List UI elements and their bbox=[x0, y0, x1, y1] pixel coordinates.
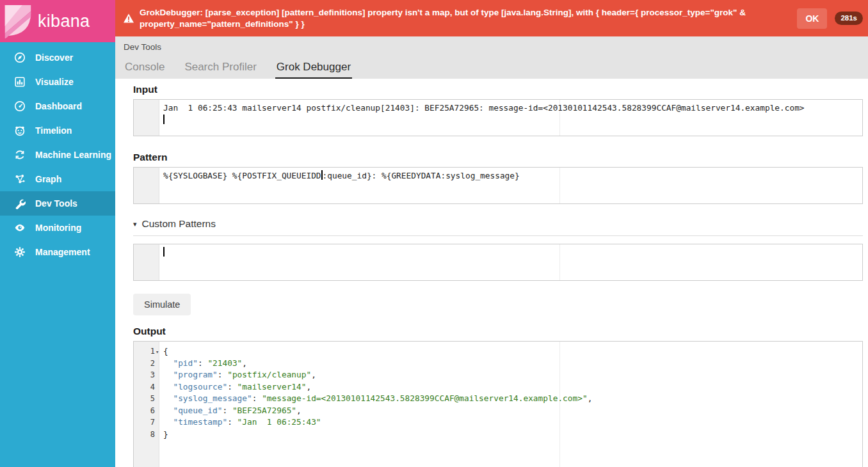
line-number: 1 bbox=[134, 345, 155, 358]
sidebar-item-dashboard[interactable]: Dashboard bbox=[0, 94, 115, 118]
error-banner: GrokDebugger: [parse_exception] [pattern… bbox=[115, 0, 868, 36]
kibana-app: kibana DiscoverVisualizeDashboardTimelio… bbox=[0, 0, 868, 467]
input-line-1: Jan 1 06:25:43 mailserver14 postfix/clea… bbox=[163, 102, 859, 114]
json-punctuation: : bbox=[218, 370, 227, 379]
output-code-line: 2 "pid": "21403", bbox=[163, 358, 859, 370]
input-line-2 bbox=[163, 114, 859, 126]
json-string: "BEF25A72965" bbox=[232, 406, 296, 415]
bar-chart-icon bbox=[14, 76, 26, 88]
sidebar-item-graph[interactable]: Graph bbox=[0, 167, 115, 191]
output-label: Output bbox=[133, 326, 863, 337]
custom-patterns-toggle[interactable]: ▾ Custom Patterns bbox=[133, 218, 863, 230]
fold-caret-icon[interactable]: ▾ bbox=[156, 346, 159, 358]
json-string: "message-id=<20130101142543.5828399CCAF@… bbox=[262, 393, 588, 403]
json-punctuation: { bbox=[163, 346, 168, 356]
json-key: "queue_id" bbox=[173, 406, 222, 415]
json-punctuation bbox=[163, 382, 173, 392]
line-number: 8 bbox=[134, 429, 155, 441]
line-number: 3 bbox=[134, 369, 155, 381]
sidebar-nav: DiscoverVisualizeDashboardTimelionMachin… bbox=[0, 42, 115, 264]
warning-icon bbox=[124, 13, 134, 23]
line-number: 4 bbox=[134, 381, 155, 393]
sidebar-item-label: Management bbox=[35, 247, 90, 257]
compass-icon bbox=[14, 52, 26, 63]
cycle-arrows-icon bbox=[14, 149, 26, 161]
timelion-face-icon bbox=[14, 125, 26, 136]
sidebar-item-label: Discover bbox=[35, 52, 73, 63]
text-cursor bbox=[163, 115, 165, 124]
json-punctuation: , bbox=[296, 406, 301, 415]
kibana-logo-icon bbox=[3, 4, 33, 38]
json-key: "pid" bbox=[173, 358, 198, 368]
json-key: "syslog_message" bbox=[173, 393, 252, 403]
sidebar-item-label: Machine Learning bbox=[35, 150, 111, 160]
gauge-icon bbox=[14, 100, 26, 112]
output-editor-code: 1▾{2 "pid": "21403",3 "program": "postfi… bbox=[160, 342, 862, 442]
input-editor[interactable]: Jan 1 06:25:43 mailserver14 postfix/clea… bbox=[133, 99, 863, 136]
sidebar-item-management[interactable]: Management bbox=[0, 240, 115, 264]
json-punctuation: : bbox=[252, 393, 262, 403]
error-message: GrokDebugger: [parse_exception] [pattern… bbox=[140, 7, 797, 30]
custom-patterns-editor[interactable] bbox=[133, 244, 863, 281]
json-key: "logsource" bbox=[173, 382, 227, 392]
json-string: "21403" bbox=[207, 358, 242, 368]
json-punctuation: : bbox=[222, 406, 232, 415]
line-number: 6 bbox=[134, 405, 155, 417]
sidebar-item-label: Dashboard bbox=[35, 101, 82, 111]
simulate-button[interactable]: Simulate bbox=[133, 294, 191, 315]
line-number: 2 bbox=[134, 358, 155, 370]
sidebar-item-monitoring[interactable]: Monitoring bbox=[0, 216, 115, 240]
pattern-editor-code: %{SYSLOGBASE} %{POSTFIX_QUEUEIDD:queue_i… bbox=[160, 168, 862, 184]
sidebar-item-label: Graph bbox=[35, 174, 61, 184]
kibana-logo[interactable]: kibana bbox=[0, 0, 115, 42]
json-punctuation bbox=[163, 370, 173, 379]
custom-patterns-editor-gutter bbox=[134, 244, 159, 280]
output-code-line: 5 "syslog_message": "message-id=<2013010… bbox=[163, 393, 859, 405]
json-punctuation: , bbox=[306, 382, 311, 392]
tab-grok-debugger[interactable]: Grok Debugger bbox=[275, 61, 352, 79]
input-editor-code: Jan 1 06:25:43 mailserver14 postfix/clea… bbox=[160, 100, 862, 128]
custom-patterns-line-1 bbox=[163, 246, 859, 258]
pattern-editor-gutter bbox=[134, 168, 159, 203]
pattern-label: Pattern bbox=[133, 152, 863, 163]
json-string: "Jan 1 06:25:43" bbox=[237, 417, 321, 427]
ok-button[interactable]: OK bbox=[797, 8, 827, 29]
wrench-icon bbox=[14, 198, 26, 209]
json-punctuation: , bbox=[311, 370, 316, 379]
pattern-line-1: %{SYSLOGBASE} %{POSTFIX_QUEUEIDD:queue_i… bbox=[163, 170, 859, 182]
dev-tools-header: Dev Tools ConsoleSearch ProfilerGrok Deb… bbox=[115, 36, 868, 79]
sidebar-item-dev-tools[interactable]: Dev Tools bbox=[0, 191, 115, 216]
pattern-text-before-cursor: %{SYSLOGBASE} %{POSTFIX_QUEUEIDD bbox=[163, 171, 321, 180]
output-code-line: 7 "timestamp": "Jan 1 06:25:43" bbox=[163, 416, 859, 429]
tab-console[interactable]: Console bbox=[124, 61, 166, 79]
sidebar-item-timelion[interactable]: Timelion bbox=[0, 118, 115, 143]
json-punctuation: , bbox=[242, 358, 247, 368]
sidebar-item-visualize[interactable]: Visualize bbox=[0, 70, 115, 94]
json-punctuation: : bbox=[227, 417, 237, 427]
gear-icon bbox=[14, 246, 26, 258]
output-code-line: 1▾{ bbox=[163, 345, 859, 358]
sidebar-item-label: Monitoring bbox=[35, 223, 81, 233]
json-key: "program" bbox=[173, 370, 217, 379]
sidebar-item-label: Dev Tools bbox=[35, 198, 77, 209]
json-punctuation bbox=[163, 393, 173, 403]
json-punctuation bbox=[163, 417, 173, 427]
sidebar-item-discover[interactable]: Discover bbox=[0, 45, 115, 70]
breadcrumb: Dev Tools bbox=[124, 42, 868, 52]
json-punctuation: , bbox=[588, 393, 593, 403]
line-number: 7 bbox=[134, 416, 155, 429]
json-key: "timestamp" bbox=[173, 417, 227, 427]
json-punctuation bbox=[163, 358, 173, 368]
pattern-text-after-cursor: :queue_id}: %{GREEDYDATA:syslog_message} bbox=[323, 171, 520, 180]
sidebar-item-machine-learning[interactable]: Machine Learning bbox=[0, 143, 115, 167]
tab-search-profiler[interactable]: Search Profiler bbox=[183, 61, 257, 79]
pattern-editor[interactable]: %{SYSLOGBASE} %{POSTFIX_QUEUEIDD:queue_i… bbox=[133, 167, 863, 204]
text-cursor bbox=[163, 247, 165, 257]
tab-bar: ConsoleSearch ProfilerGrok Debugger bbox=[124, 61, 369, 79]
sidebar-item-label: Visualize bbox=[35, 77, 74, 87]
sidebar-item-label: Timelion bbox=[35, 125, 72, 136]
timer-badge: 281s bbox=[835, 12, 863, 25]
output-editor[interactable]: 1▾{2 "pid": "21403",3 "program": "postfi… bbox=[133, 341, 863, 467]
custom-patterns-editor-code bbox=[160, 244, 862, 260]
kibana-logo-text: kibana bbox=[38, 12, 90, 31]
